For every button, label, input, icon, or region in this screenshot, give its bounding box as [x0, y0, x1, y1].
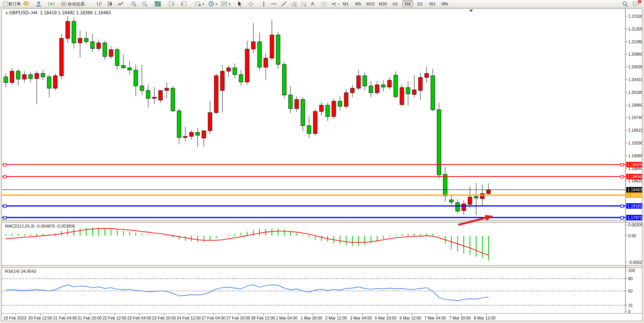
auto-scroll-icon[interactable] [167, 0, 176, 7]
templates-icon[interactable]: ▼ [220, 0, 232, 7]
timeframe-button-mn[interactable]: MN [439, 0, 450, 7]
candlestick [363, 76, 367, 86]
date-axis-label: 27 Feb 04:00 [202, 316, 225, 320]
timeframe-button-w1[interactable]: W1 [427, 0, 438, 7]
candlestick [103, 43, 107, 56]
market-watch-icon[interactable] [21, 0, 31, 7]
date-axis-label: 19 Feb 2023 [3, 316, 26, 320]
candlestick [468, 197, 472, 204]
candlestick [84, 38, 88, 42]
signals-icon[interactable] [47, 0, 56, 7]
candlestick [72, 21, 76, 43]
macd-axis-label: -0.005292 [628, 260, 642, 265]
line-handle[interactable] [621, 205, 624, 207]
chat-badge: 1 [637, 0, 642, 4]
chart-window[interactable]: ▼ GBPUSD-,H4 1.18418 1.18492 1.18368 1.1… [2, 8, 642, 321]
candlestick [326, 105, 330, 116]
horizontal-line-tool-icon[interactable] [269, 0, 278, 7]
candlestick [10, 71, 14, 82]
periods-icon[interactable]: ▼ [207, 0, 219, 7]
line-handle[interactable] [621, 175, 624, 178]
fibonacci-tool-icon[interactable]: F [299, 0, 309, 7]
candlestick [443, 174, 447, 196]
line-handle[interactable] [3, 205, 6, 207]
candlestick [462, 204, 466, 211]
candlestick [196, 133, 200, 135]
candlestick-mode-icon[interactable] [105, 0, 114, 7]
timeframe-button-h4[interactable]: H4 [402, 0, 413, 7]
candlestick [344, 93, 348, 106]
new-order-button[interactable]: 新订单 [7, 0, 22, 7]
toolbar-separator [150, 1, 150, 7]
candlestick [97, 43, 101, 49]
timeframe-button-m5[interactable]: M5 [353, 0, 364, 7]
auto-trading-button[interactable]: 自动交易 [66, 0, 86, 7]
price-axis-label: 1.21305 [628, 27, 642, 31]
bar-chart-mode-icon[interactable] [94, 0, 104, 7]
timeframe-button-d1[interactable]: D1 [415, 0, 425, 7]
candlestick [449, 200, 453, 202]
date-axis-label: 1 Mar 04:00 [276, 316, 297, 320]
candlestick [338, 101, 342, 106]
candlestick [282, 65, 286, 95]
line-handle[interactable] [3, 175, 6, 178]
candlestick [202, 131, 206, 138]
price-axis-label: 1.21530 [628, 14, 642, 19]
chat-icon[interactable]: 1 [631, 0, 641, 7]
candlestick [412, 90, 416, 95]
candlestick [245, 49, 249, 82]
zoom-in-icon[interactable] [129, 0, 138, 7]
tile-windows-icon[interactable] [153, 0, 162, 7]
candlestick [406, 88, 410, 94]
rsi-axis-label: 0 [628, 309, 630, 314]
new-chart-icon[interactable]: ▼ [193, 0, 206, 7]
price-axis-label: 1.21080 [628, 39, 642, 44]
line-handle[interactable] [621, 163, 624, 166]
text-label-tool-icon[interactable]: T [319, 0, 329, 7]
date-axis-label: 22 Feb 12:00 [102, 316, 126, 320]
crosshair-icon[interactable] [246, 0, 255, 7]
toolbar-separator [91, 1, 92, 7]
chart-canvas[interactable]: 1.215301.213051.210801.208601.206351.204… [2, 9, 642, 321]
candlestick [388, 80, 391, 87]
cursor-icon[interactable] [235, 0, 244, 7]
candlestick [140, 86, 144, 90]
date-axis-label: 3 Mar 04:00 [350, 316, 372, 320]
channel-tool-icon[interactable]: E [289, 0, 299, 7]
text-tool-icon[interactable]: A [309, 0, 316, 7]
zoom-out-icon[interactable] [140, 0, 149, 7]
level-price-tag-text: 1.18696 [627, 174, 642, 179]
timeframe-button-h1[interactable]: H1 [390, 0, 401, 7]
candlestick [109, 50, 113, 57]
toolbar-separator [164, 1, 164, 7]
date-axis-label: 27 Feb 20:00 [226, 316, 250, 320]
line-handle[interactable] [621, 216, 624, 219]
price-axis-label: 1.19515 [628, 128, 642, 133]
line-chart-mode-icon[interactable] [116, 0, 125, 7]
svg-text:T: T [323, 2, 325, 6]
arrows-tool-icon[interactable]: ▼ [329, 0, 342, 7]
timeframe-button-m1[interactable]: M1 [340, 0, 351, 7]
trendline-tool-icon[interactable] [279, 0, 289, 7]
candlestick [295, 100, 299, 109]
auto-trading-label: 自动交易 [68, 1, 85, 7]
line-handle[interactable] [3, 163, 6, 166]
navigator-icon[interactable] [34, 0, 43, 7]
candlestick [60, 38, 63, 76]
candlestick [474, 196, 478, 198]
timeframe-button-m15[interactable]: M15 [365, 0, 376, 7]
timeframe-button-m30[interactable]: M30 [378, 0, 388, 7]
rsi-axis-label: 15 [628, 303, 633, 308]
toolbar-separator [338, 1, 338, 7]
search-icon[interactable] [620, 0, 630, 7]
level-price-tag-text: 1.18906 [627, 162, 642, 167]
toolbar-separator [190, 1, 191, 7]
candlestick [437, 110, 441, 175]
candlestick [251, 42, 255, 49]
vertical-line-tool-icon[interactable] [259, 0, 268, 7]
toolbar-separator [126, 1, 126, 7]
chart-shift-icon[interactable] [179, 0, 188, 7]
candlestick [289, 95, 292, 109]
date-axis-label: 5 Mar 23:00 [375, 316, 396, 320]
line-handle[interactable] [3, 216, 6, 219]
